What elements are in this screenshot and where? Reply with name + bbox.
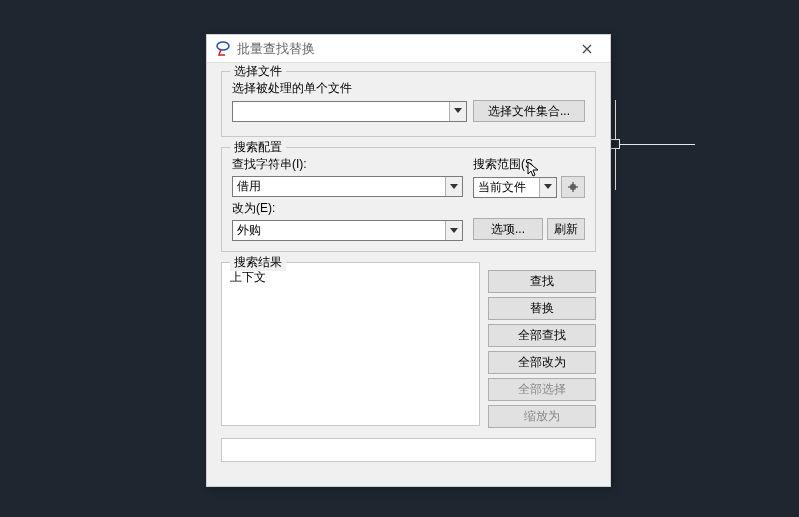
search-scope-combo[interactable]: 当前文件 — [473, 177, 557, 198]
find-string-label: 查找字符串(I): — [232, 156, 463, 173]
replace-with-value: 外购 — [233, 222, 445, 239]
chevron-down-icon — [449, 102, 466, 121]
batch-find-replace-dialog: 批量查找替换 选择文件 选择被处理的单个文件 选择文件集合... — [206, 34, 611, 487]
file-select-legend: 选择文件 — [230, 63, 286, 80]
select-file-set-button[interactable]: 选择文件集合... — [473, 100, 585, 122]
options-button[interactable]: 选项... — [473, 218, 543, 240]
find-all-button[interactable]: 全部查找 — [488, 324, 596, 347]
file-select-group: 选择文件 选择被处理的单个文件 选择文件集合... — [221, 71, 596, 137]
search-config-legend: 搜索配置 — [230, 139, 286, 156]
replace-button[interactable]: 替换 — [488, 297, 596, 320]
search-config-group: 搜索配置 查找字符串(I): 借用 改为(E): 外购 — [221, 147, 596, 252]
titlebar[interactable]: 批量查找替换 — [207, 35, 610, 63]
zoom-to-button[interactable]: 缩放为 — [488, 405, 596, 428]
search-scope-label: 搜索范围(S — [473, 156, 585, 173]
crosshair-plus-icon — [567, 181, 579, 193]
chevron-down-icon — [539, 178, 556, 197]
replace-with-label: 改为(E): — [232, 200, 463, 217]
status-bar — [221, 438, 596, 462]
find-button[interactable]: 查找 — [488, 270, 596, 293]
find-string-combo[interactable]: 借用 — [232, 176, 463, 197]
select-all-button[interactable]: 全部选择 — [488, 378, 596, 401]
search-results-legend: 搜索结果 — [230, 254, 286, 271]
svg-point-0 — [217, 42, 229, 50]
replace-with-combo[interactable]: 外购 — [232, 220, 463, 241]
dialog-title: 批量查找替换 — [237, 40, 568, 58]
pick-object-button[interactable] — [561, 176, 585, 198]
search-results-group: 搜索结果 上下文 — [221, 262, 480, 428]
app-icon — [215, 41, 231, 57]
close-button[interactable] — [568, 36, 606, 62]
chevron-down-icon — [445, 177, 462, 196]
context-label: 上下文 — [230, 270, 266, 284]
close-icon — [582, 44, 592, 54]
file-select-combo[interactable] — [232, 101, 467, 122]
chevron-down-icon — [445, 221, 462, 240]
file-select-label: 选择被处理的单个文件 — [232, 80, 585, 97]
replace-all-button[interactable]: 全部改为 — [488, 351, 596, 374]
refresh-button[interactable]: 刷新 — [547, 218, 585, 240]
find-string-value: 借用 — [233, 178, 445, 195]
search-scope-value: 当前文件 — [474, 179, 539, 196]
